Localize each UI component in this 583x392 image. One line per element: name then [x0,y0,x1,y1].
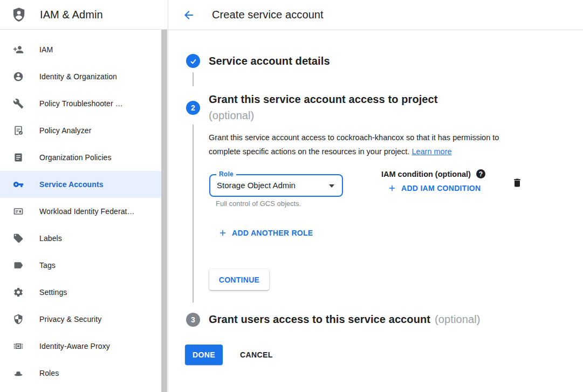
sidebar-item-label: Privacy & Security [39,315,101,324]
sidebar-item-identity-aware-proxy[interactable]: Identity-Aware Proxy [0,333,161,360]
main-content: Create service account Service account d… [168,0,583,392]
sidebar-item-tags[interactable]: Tags [0,252,161,279]
account-circle-icon [13,71,24,82]
add-another-role-button[interactable]: ADD ANOTHER ROLE [218,228,313,238]
step1-title: Service account details [209,55,330,67]
back-button[interactable] [182,8,196,22]
chevron-down-icon [329,184,334,188]
step3-optional-label: (optional) [435,313,480,325]
label-arrow-icon [13,260,24,271]
sidebar-item-label: Identity-Aware Proxy [39,342,110,350]
step-connector [193,125,194,302]
step2-description-text: Grant this service account access to coc… [209,133,499,156]
sidebar-item-labels[interactable]: Labels [0,225,161,252]
cancel-button[interactable]: CANCEL [240,345,273,365]
page-title: Create service account [212,9,324,21]
help-icon[interactable]: ? [476,169,485,178]
trash-icon [512,177,523,189]
sidebar-item-policy-troubleshooter[interactable]: Policy Troubleshooter … [0,90,161,117]
badge-card-icon [13,206,24,217]
step2-number: 2 [191,104,195,112]
step3-title-text: Grant users access to this service accou… [209,313,430,325]
sidebar-item-label: Policy Analyzer [39,126,91,135]
plus-icon [218,228,228,238]
role-selected-value: Storage Object Admin [217,175,296,196]
iam-admin-shield-icon [11,6,27,23]
sidebar-item-label: Tags [39,261,56,270]
add-iam-condition-label: ADD IAM CONDITION [401,184,481,192]
service-account-key-icon [13,179,24,190]
sidebar-nav: IAM Identity & Organization Policy Troub… [0,30,161,387]
sidebar-item-iam[interactable]: IAM [0,36,161,63]
sidebar-item-workload-identity-federation[interactable]: Workload Identity Federat… [0,198,161,225]
sidebar-item-label: IAM [39,45,53,54]
step3-number-badge: 3 [186,313,200,327]
sidebar-item-label: Settings [39,288,67,297]
hat-icon [13,368,24,379]
policy-analyzer-icon [13,125,24,136]
document-icon [13,152,24,163]
sidebar: IAM & Admin IAM Identity & Organization … [0,0,168,392]
sidebar-item-privacy-security[interactable]: Privacy & Security [0,306,161,333]
add-another-role-label: ADD ANOTHER ROLE [232,229,313,237]
step2-title-text: Grant this service account access to pro… [209,91,438,107]
iam-condition-label: IAM condition (optional) [381,170,471,178]
sidebar-item-label: Roles [39,369,59,377]
sidebar-item-roles[interactable]: Roles [0,360,161,387]
step2-description: Grant this service account access to coc… [209,131,530,159]
page-header: Create service account [168,0,583,30]
plus-icon [387,183,397,193]
sidebar-title: IAM & Admin [40,9,103,21]
person-add-icon [13,44,24,55]
role-dropdown[interactable]: Role Storage Object Admin [209,174,343,197]
sidebar-item-label: Service Accounts [39,180,104,189]
delete-role-button[interactable] [511,176,524,189]
step1-complete-badge [186,54,200,68]
sidebar-item-identity-organization[interactable]: Identity & Organization [0,63,161,90]
role-helper-text: Full control of GCS objects. [216,200,301,208]
step3-number: 3 [191,315,195,324]
sidebar-header: IAM & Admin [0,0,168,30]
shield-half-icon [13,314,24,325]
sidebar-item-label: Identity & Organization [39,72,117,81]
sidebar-item-policy-analyzer[interactable]: Policy Analyzer [0,117,161,144]
sidebar-item-label: Labels [39,234,62,243]
step2-optional-label: (optional) [209,107,438,123]
check-icon [189,57,197,65]
step-connector [193,72,194,86]
add-iam-condition-button[interactable]: ADD IAM CONDITION [387,183,481,193]
step3-title: Grant users access to this service accou… [209,313,480,326]
wrench-icon [13,98,24,109]
proxy-grid-icon [13,341,24,352]
iam-condition-header: IAM condition (optional) ? [381,169,485,178]
done-button[interactable]: DONE [185,345,223,365]
learn-more-link[interactable]: Learn more [411,147,451,156]
step2-title: Grant this service account access to pro… [209,91,438,123]
sidebar-item-label: Policy Troubleshooter … [39,99,123,108]
sidebar-item-settings[interactable]: Settings [0,279,161,306]
step2-number-badge: 2 [186,101,200,115]
tag-icon [13,233,24,244]
continue-button[interactable]: CONTINUE [209,269,269,290]
arrow-left-icon [182,9,195,22]
sidebar-item-service-accounts[interactable]: Service Accounts [0,171,161,198]
sidebar-item-organization-policies[interactable]: Organization Policies [0,144,161,171]
sidebar-item-label: Organization Policies [39,153,112,162]
gear-icon [13,287,24,298]
sidebar-scrollbar[interactable] [161,30,167,392]
sidebar-item-label: Workload Identity Federat… [39,207,135,216]
